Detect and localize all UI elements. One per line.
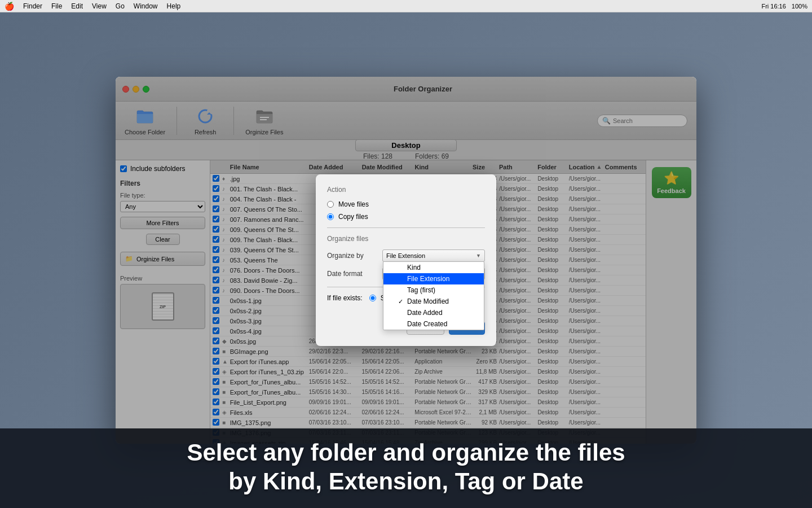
menubar: 🍎 Finder File Edit View Go Window Help F… xyxy=(0,0,812,12)
copy-files-label: Copy files xyxy=(338,213,368,221)
copy-files-row[interactable]: Copy files xyxy=(327,213,485,221)
date-format-label: Date format xyxy=(327,270,378,278)
menu-window[interactable]: Window xyxy=(134,2,158,10)
copy-files-radio[interactable] xyxy=(327,213,334,220)
if-exists-label: If file exists: xyxy=(327,294,363,302)
dropdown-tag-first[interactable]: Tag (first) xyxy=(383,284,484,296)
dropdown-date-modified[interactable]: ✓Date Modified xyxy=(383,296,484,307)
skip-radio[interactable] xyxy=(369,295,376,301)
dropdown-date-created[interactable]: Date Created xyxy=(383,318,484,330)
apple-menu[interactable]: 🍎 xyxy=(5,2,14,11)
modal-overlay[interactable]: Action Move files Copy files Organize fi… xyxy=(116,77,696,444)
move-files-radio[interactable] xyxy=(327,201,334,208)
caption-line2: by Kind, Extension, Tag or Date xyxy=(11,467,801,496)
main-window: Folder Organizer Choose Folder xyxy=(116,77,696,444)
clock: Fri 16:16 xyxy=(761,3,785,10)
dropdown-kind[interactable]: Kind xyxy=(383,262,484,273)
modal-divider-1 xyxy=(327,227,485,228)
organize-by-value: File Extension xyxy=(386,252,425,259)
menu-finder[interactable]: Finder xyxy=(23,2,42,10)
dropdown-date-added[interactable]: Date Added xyxy=(383,307,484,318)
dropdown-file-extension[interactable]: File Extension xyxy=(383,273,484,284)
action-modal: Action Move files Copy files Organize fi… xyxy=(316,174,496,346)
desktop: Folder Organizer Choose Folder xyxy=(0,12,812,508)
organize-by-label: Organize by xyxy=(327,252,378,260)
organize-by-row: Organize by File Extension ▼ Kind File E… xyxy=(327,249,485,262)
move-files-row[interactable]: Move files xyxy=(327,200,485,208)
action-section-title: Action xyxy=(327,186,485,194)
organize-by-menu[interactable]: Kind File Extension Tag (first) ✓Date Mo… xyxy=(383,261,484,330)
menu-file[interactable]: File xyxy=(51,2,62,10)
menu-view[interactable]: View xyxy=(92,2,107,10)
dropdown-arrow-icon: ▼ xyxy=(476,253,481,259)
menu-help[interactable]: Help xyxy=(167,2,181,10)
organize-by-dropdown[interactable]: File Extension ▼ Kind File Extension Ta xyxy=(382,249,485,262)
menubar-right: Fri 16:16 100% xyxy=(761,3,807,10)
menu-go[interactable]: Go xyxy=(116,2,125,10)
organize-section-title: Organize files xyxy=(327,235,485,243)
move-files-label: Move files xyxy=(338,200,369,208)
battery: 100% xyxy=(792,3,807,10)
menu-edit[interactable]: Edit xyxy=(71,2,83,10)
